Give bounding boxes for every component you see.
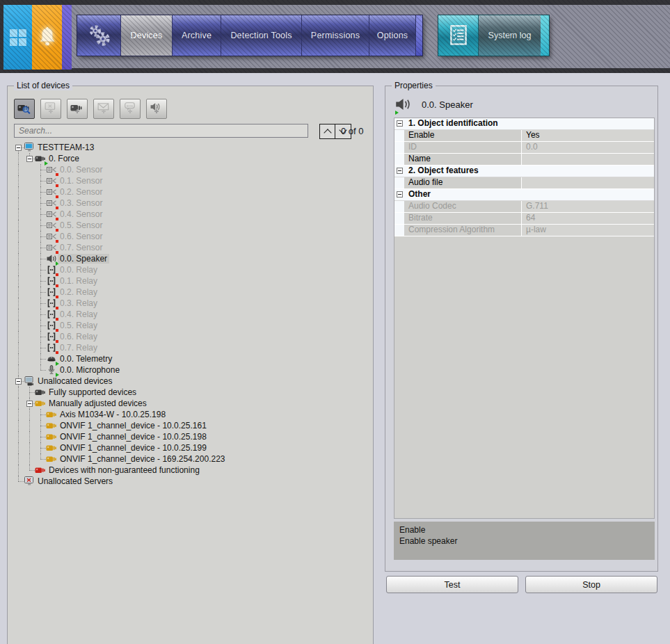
property-row[interactable]: Audio file (394, 177, 654, 189)
tab-options[interactable]: Options (369, 15, 416, 56)
sensor-icon (46, 164, 57, 175)
tree-item-0-0-telemetry[interactable]: 0.0. Telemetry (8, 353, 372, 364)
tree-item-label: ONVIF 1_channel_device - 169.254.200.223 (58, 454, 228, 464)
tree-item-label: 0.4. Sensor (58, 209, 104, 219)
gears-icon (85, 22, 113, 49)
test-button[interactable]: Test (386, 576, 518, 593)
system-log-button[interactable] (438, 15, 479, 56)
tree-item-0-0-speaker[interactable]: 0.0. Speaker (8, 253, 372, 264)
tree-item-onvif-1-channel-device-10-0-25-161[interactable]: ONVIF 1_channel_device - 10.0.25.161 (8, 420, 372, 431)
tree-item-0-4-sensor[interactable]: 0.4. Sensor (8, 209, 372, 220)
tree-item-0-3-sensor[interactable]: 0.3. Sensor (8, 198, 372, 209)
tab-archive[interactable]: Archive (173, 15, 221, 56)
sensor-icon (46, 242, 57, 253)
tree-item-label: 0.0. Relay (58, 265, 99, 275)
apps-grid-icon (9, 29, 27, 47)
property-value[interactable] (522, 154, 654, 165)
property-row[interactable]: Compression Algorithm µ-law (394, 225, 654, 236)
properties-panel: Properties 0.0. Speaker 1. Object identi… (385, 86, 658, 572)
add-email-button[interactable] (93, 99, 114, 119)
property-category[interactable]: Other (394, 189, 654, 201)
tree-item-0-7-relay[interactable]: 0.7. Relay (8, 342, 372, 353)
unallocated-devices-icon (24, 376, 35, 387)
system-log-label: System log (488, 31, 532, 40)
tree-expander[interactable] (15, 378, 22, 385)
tab-devices[interactable]: Devices (121, 15, 173, 56)
category-expander[interactable] (397, 191, 403, 198)
property-row[interactable]: ID 0.0 (394, 142, 654, 154)
tree-item-axis-m1034-w-10-0-25-198[interactable]: Axis M1034-W - 10.0.25.198 (8, 409, 372, 420)
property-name: ID (404, 142, 522, 153)
add-monitor-button[interactable] (40, 99, 61, 119)
tree-item-0-0-sensor[interactable]: 0.0. Sensor (8, 164, 372, 175)
add-speaker-button[interactable] (146, 99, 167, 119)
tab-label: Options (377, 31, 408, 40)
tree-item-0-1-sensor[interactable]: 0.1. Sensor (8, 175, 372, 186)
search-row: 0 of 0 (14, 124, 367, 139)
syslog-edge (541, 15, 549, 56)
tree-item-0-1-relay[interactable]: 0.1. Relay (8, 275, 372, 287)
camera-icon (35, 387, 46, 398)
property-row[interactable]: Audio Codec G.711 (394, 201, 654, 213)
tree-item-onvif-1-channel-device-10-0-25-198[interactable]: ONVIF 1_channel_device - 10.0.25.198 (8, 431, 372, 442)
tree-item-0-6-relay[interactable]: 0.6. Relay (8, 331, 372, 342)
tree-item-label: Devices with non-guaranteed functioning (47, 465, 202, 475)
tree-item-unallocated-devices[interactable]: Unallocated devices (8, 376, 372, 387)
tree-item-0-3-relay[interactable]: 0.3. Relay (8, 298, 372, 309)
property-name: Compression Algorithm (404, 225, 522, 236)
tree-item-0-force[interactable]: 0. Force (8, 153, 372, 164)
find-camera-button[interactable] (14, 99, 35, 119)
tree-item-testteam-13[interactable]: TESTTEAM-13 (8, 142, 372, 153)
tree-item-0-0-relay[interactable]: 0.0. Relay (8, 264, 372, 275)
tree-item-0-5-relay[interactable]: 0.5. Relay (8, 320, 372, 331)
tree-item-0-5-sensor[interactable]: 0.5. Sensor (8, 220, 372, 231)
tree-item-0-2-relay[interactable]: 0.2. Relay (8, 287, 372, 298)
apps-tile-button[interactable] (3, 5, 32, 70)
system-log-tab[interactable]: System log (479, 15, 541, 56)
stop-button[interactable]: Stop (525, 576, 657, 593)
sms-add-icon: sms (122, 102, 138, 116)
property-row[interactable]: Enable Yes (394, 130, 654, 142)
property-category[interactable]: 1. Object identification (394, 118, 654, 130)
tree-item-manually-adjusted-devices[interactable]: Manually adjusted devices (8, 398, 372, 409)
property-value[interactable]: G.711 (522, 201, 654, 212)
tree-expander[interactable] (26, 401, 33, 407)
tree-expander[interactable] (26, 156, 33, 162)
setup-gears-button[interactable] (77, 15, 121, 56)
property-value[interactable]: 64 (522, 213, 654, 224)
tree-item-0-7-sensor[interactable]: 0.7. Sensor (8, 242, 372, 253)
property-value[interactable] (522, 177, 654, 188)
tree-expander[interactable] (15, 145, 22, 151)
tree-item-0-4-relay[interactable]: 0.4. Relay (8, 309, 372, 320)
category-expander[interactable] (397, 120, 403, 127)
search-input[interactable] (14, 124, 308, 138)
property-category[interactable]: 2. Object features (394, 166, 654, 177)
property-row[interactable]: Bitrate 64 (394, 213, 654, 225)
property-value[interactable]: 0.0 (522, 142, 654, 153)
tree-item-0-0-microphone[interactable]: 0.0. Microphone (8, 364, 372, 376)
property-value[interactable]: µ-law (522, 225, 654, 236)
tree-item-0-2-sensor[interactable]: 0.2. Sensor (8, 186, 372, 198)
description-line: Enable (399, 524, 649, 536)
accent-strip (62, 5, 72, 70)
tab-detection-tools[interactable]: Detection Tools (221, 15, 302, 56)
property-value[interactable]: Yes (522, 130, 654, 141)
tree-item-onvif-1-channel-device-169-254-200-223[interactable]: ONVIF 1_channel_device - 169.254.200.223 (8, 453, 372, 465)
add-sms-button[interactable]: sms (120, 99, 141, 119)
add-camera-button[interactable] (67, 99, 88, 119)
tree-item-fully-supported-devices[interactable]: Fully supported devices (8, 387, 372, 398)
tree-item-label: 0.0. Telemetry (58, 354, 114, 364)
tab-permissions[interactable]: Permissions (302, 15, 369, 56)
category-expander[interactable] (397, 168, 403, 174)
tree-item-unallocated-servers[interactable]: Unallocated Servers (8, 476, 372, 487)
tree-item-onvif-1-channel-device-10-0-25-199[interactable]: ONVIF 1_channel_device - 10.0.25.199 (8, 442, 372, 453)
property-name: Bitrate (404, 213, 522, 224)
tree-item-devices-with-non-guaranteed-functioning[interactable]: Devices with non-guaranteed functioning (8, 465, 372, 476)
alerts-tile-button[interactable] (32, 5, 62, 70)
email-add-icon (96, 102, 111, 116)
property-name: Enable (404, 130, 522, 141)
tree-item-0-6-sensor[interactable]: 0.6. Sensor (8, 231, 372, 242)
search-prev-button[interactable] (319, 124, 335, 139)
camera-yellow-icon (46, 409, 57, 420)
property-row[interactable]: Name (394, 154, 654, 166)
